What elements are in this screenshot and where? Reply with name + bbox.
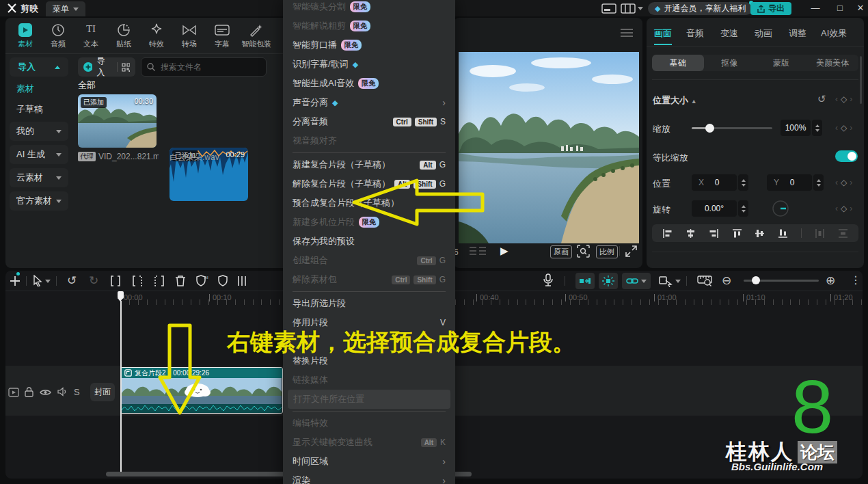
subtab-cutout[interactable]: 抠像 <box>704 55 756 71</box>
tab-media[interactable]: 素材 <box>10 23 41 49</box>
slider-thumb[interactable] <box>752 276 760 284</box>
tab-sticker[interactable]: 贴纸 <box>108 23 139 49</box>
menu-item-ai-sound-effects[interactable]: 智能生成AI音效限免 <box>283 74 455 93</box>
layout-record-icon[interactable] <box>601 3 616 14</box>
menu-item-new-compound-clip[interactable]: 新建复合片段（子草稿）AltG <box>283 155 455 174</box>
distribute-h-icon[interactable] <box>815 228 825 239</box>
ruler-zoom-icon[interactable] <box>697 275 712 286</box>
sidebar-item-cloud[interactable]: 云素材 <box>10 168 68 187</box>
play-button[interactable]: ▶ <box>500 245 508 257</box>
cursor-tool-chevron[interactable] <box>45 280 51 283</box>
sidebar-item-ai-generate[interactable]: AI 生成 <box>10 145 68 164</box>
cover-button[interactable]: 封面 <box>90 383 115 401</box>
undo-icon[interactable]: ↺ <box>67 273 77 288</box>
layout-panels-icon[interactable] <box>621 3 636 14</box>
timeline-zoom-slider[interactable] <box>744 280 819 282</box>
preview-zoom-icon[interactable] <box>577 245 590 258</box>
reset-icon[interactable]: ↺ <box>817 93 826 105</box>
tab-text[interactable]: TI 文本 <box>75 23 107 49</box>
menu-item-smart-talking-cut[interactable]: 智能剪口播限免 <box>283 36 455 55</box>
keyframe-nav[interactable]: ‹◇› <box>835 204 852 213</box>
tab-captions[interactable]: 字幕 <box>206 23 238 49</box>
menu-item-smart-narration-cut[interactable]: 智能解说粗剪限免 <box>283 16 455 36</box>
position-y-field[interactable]: Y0 <box>767 174 812 191</box>
menu-item-render[interactable]: 渲染› <box>283 471 455 484</box>
menu-button[interactable]: 菜单 <box>46 1 85 16</box>
tab-adjust[interactable]: 调整 <box>789 27 806 40</box>
section-position-size[interactable]: 位置大小 ▲ <box>653 94 697 107</box>
subtab-basic[interactable]: 基础 <box>652 55 704 71</box>
scale-value[interactable]: 100% <box>781 120 811 136</box>
zoom-out-icon[interactable]: ⊖ <box>722 273 731 288</box>
tab-effects[interactable]: 特效 <box>141 23 172 49</box>
tab-smart-package[interactable]: 智能包装 <box>236 23 276 49</box>
align-right-icon[interactable] <box>709 228 719 239</box>
keyframe-diamond-icon[interactable]: ◇ <box>841 123 847 133</box>
import-collapse[interactable]: 导入 <box>10 57 68 77</box>
keyframe-nav[interactable]: ‹◇› <box>835 178 852 187</box>
tab-transitions[interactable]: 转场 <box>174 23 205 49</box>
fullscreen-icon[interactable] <box>625 245 637 257</box>
lock-track-icon[interactable] <box>25 387 33 397</box>
align-center-h-icon[interactable] <box>686 228 696 239</box>
select-mode-icon[interactable] <box>659 275 673 287</box>
scale-slider[interactable] <box>692 127 772 129</box>
align-left-icon[interactable] <box>662 228 673 239</box>
tab-animation[interactable]: 动画 <box>755 27 772 40</box>
magnetic-snap-button[interactable] <box>575 273 595 289</box>
tab-picture[interactable]: 画面 <box>654 27 672 40</box>
close-button[interactable]: ✕ <box>853 2 868 14</box>
keyframe-diamond-icon[interactable]: ◇ <box>841 94 847 104</box>
menu-item-edit-effect[interactable]: 编辑特效 <box>283 414 455 433</box>
mark-icon[interactable] <box>217 274 228 287</box>
position-x-field[interactable]: X0 <box>692 174 737 191</box>
sidebar-item-official[interactable]: 官方素材 <box>10 191 68 211</box>
menu-item-save-as-preset[interactable]: 保存为我的预设 <box>283 232 455 251</box>
more-options-icon[interactable]: ⋮ <box>850 273 861 286</box>
rotate-stepper[interactable] <box>738 200 748 217</box>
menu-item-av-align[interactable]: 视音频对齐 <box>283 131 455 150</box>
tab-ai-effects[interactable]: AI效果 <box>821 27 847 40</box>
auto-snap-button[interactable] <box>599 273 618 289</box>
playhead-line[interactable] <box>120 301 122 472</box>
align-bottom-icon[interactable] <box>778 228 788 239</box>
slider-thumb[interactable] <box>705 124 714 133</box>
keyframe-diamond-icon[interactable]: ◇ <box>841 204 847 213</box>
sidebar-item-mine[interactable]: 我的 <box>10 122 68 141</box>
scale-stepper[interactable] <box>812 120 822 136</box>
link-clips-button[interactable] <box>622 273 651 289</box>
add-track-icon[interactable] <box>10 275 21 286</box>
split-keep-right-icon[interactable] <box>153 275 165 287</box>
menu-item-time-range[interactable]: 时间区域› <box>283 452 455 471</box>
sidebar-item-material[interactable]: 素材 <box>10 81 68 97</box>
solo-track-label[interactable]: S <box>74 387 80 397</box>
smart-mark-icon[interactable]: AI <box>195 274 208 287</box>
original-quality-button[interactable]: 原画 <box>550 245 572 258</box>
membership-button[interactable]: ◆ 开通会员，享新人福利 <box>648 2 752 15</box>
hamburger-icon[interactable] <box>621 29 633 37</box>
import-button-group[interactable]: 导入 <box>78 57 135 77</box>
export-button[interactable]: 导出 <box>750 2 791 15</box>
cursor-tool-icon[interactable] <box>33 275 42 286</box>
layout-chevron-icon[interactable] <box>638 7 643 10</box>
position-x-stepper[interactable] <box>738 174 748 191</box>
search-input[interactable] <box>159 62 248 72</box>
zoom-in-icon[interactable]: ⊕ <box>826 273 835 288</box>
split-keep-left-icon[interactable] <box>131 275 144 287</box>
keyframe-diamond-icon[interactable]: ◇ <box>841 178 847 187</box>
align-center-v-icon[interactable] <box>755 228 765 239</box>
inspector-scrollbar[interactable] <box>860 56 862 104</box>
keyframe-nav[interactable]: ‹◇› <box>835 123 852 133</box>
menu-item-unpack-material[interactable]: 解除素材包CtrlShiftG <box>283 270 455 289</box>
mirror-icon[interactable] <box>236 275 247 287</box>
select-mode-chevron[interactable] <box>675 280 681 283</box>
rotate-field[interactable]: 0.00° <box>692 200 737 217</box>
menu-item-voice-separation[interactable]: 声音分离◆› <box>283 93 455 112</box>
hide-track-icon[interactable] <box>40 388 51 396</box>
media-item-video[interactable]: 已添加 00:30 <box>78 94 157 148</box>
distribute-v-icon[interactable] <box>838 228 848 239</box>
minimize-button[interactable]: — <box>808 2 823 14</box>
mute-track-icon[interactable] <box>57 387 68 396</box>
subtab-mask[interactable]: 蒙版 <box>755 55 807 71</box>
menu-item-recognize-subtitles[interactable]: 识别字幕/歌词◆ <box>283 55 455 74</box>
